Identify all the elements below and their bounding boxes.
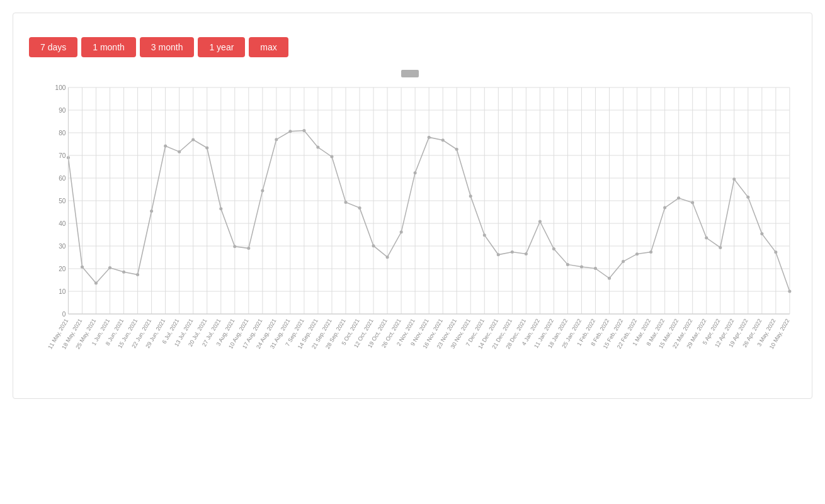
chart-svg: 010203040506070809010011 May, 202118 May… (44, 81, 796, 383)
y-axis-label (29, 81, 42, 386)
svg-text:20: 20 (59, 266, 66, 272)
svg-text:30: 30 (59, 243, 66, 250)
svg-point-142 (261, 189, 264, 193)
legend-swatch (401, 70, 419, 77)
svg-point-141 (247, 247, 250, 250)
svg-text:10: 10 (59, 288, 66, 295)
svg-text:40: 40 (59, 220, 66, 227)
svg-point-153 (414, 171, 417, 174)
svg-point-131 (108, 266, 111, 269)
svg-point-154 (428, 136, 431, 139)
svg-point-165 (580, 266, 583, 269)
svg-point-161 (525, 252, 528, 255)
svg-point-129 (81, 266, 84, 269)
svg-point-133 (136, 273, 139, 276)
main-container: 7 days1 month3 month1 yearmax 0102030405… (13, 13, 812, 399)
svg-point-166 (594, 267, 597, 270)
svg-text:50: 50 (59, 198, 66, 204)
svg-point-168 (622, 260, 625, 263)
svg-point-170 (649, 250, 652, 254)
svg-point-137 (191, 138, 195, 142)
svg-point-136 (178, 150, 181, 154)
time-btn-1month[interactable]: 1 month (81, 37, 136, 57)
svg-point-174 (705, 237, 708, 240)
svg-point-159 (497, 253, 500, 256)
time-btn-3month[interactable]: 3 month (140, 37, 195, 57)
svg-point-176 (732, 177, 736, 181)
svg-point-152 (400, 230, 403, 233)
svg-point-167 (608, 277, 611, 280)
svg-point-134 (150, 210, 153, 213)
svg-point-130 (94, 282, 98, 285)
svg-point-147 (330, 155, 333, 159)
svg-point-149 (358, 206, 361, 210)
svg-point-151 (386, 255, 389, 259)
svg-point-135 (164, 145, 167, 148)
svg-point-177 (746, 196, 749, 199)
time-btn-7days[interactable]: 7 days (29, 37, 77, 57)
svg-point-173 (691, 201, 694, 204)
svg-text:60: 60 (59, 175, 66, 182)
svg-point-156 (455, 148, 458, 151)
svg-point-179 (774, 250, 777, 254)
chart-legend (29, 70, 796, 77)
svg-text:90: 90 (59, 107, 66, 114)
svg-point-169 (635, 252, 639, 255)
time-btn-max[interactable]: max (249, 37, 288, 57)
svg-text:100: 100 (55, 84, 66, 91)
svg-point-178 (760, 232, 763, 235)
svg-point-155 (441, 138, 445, 142)
svg-point-139 (219, 207, 222, 210)
svg-point-163 (552, 247, 555, 250)
svg-text:0: 0 (62, 311, 66, 318)
time-btn-1year[interactable]: 1 year (198, 37, 245, 57)
time-filter-buttons: 7 days1 month3 month1 yearmax (29, 37, 796, 57)
chart-area: 010203040506070809010011 May, 202118 May… (29, 81, 796, 386)
svg-point-172 (677, 196, 680, 199)
svg-point-158 (483, 233, 486, 237)
svg-point-138 (205, 147, 208, 150)
svg-point-144 (288, 130, 292, 133)
svg-point-171 (663, 206, 666, 210)
svg-text:80: 80 (59, 130, 66, 137)
chart-inner: 010203040506070809010011 May, 202118 May… (44, 81, 796, 386)
svg-point-150 (372, 244, 375, 247)
svg-point-148 (344, 201, 347, 204)
chart-wrapper: 010203040506070809010011 May, 202118 May… (29, 70, 796, 386)
svg-point-157 (469, 194, 472, 198)
svg-point-146 (316, 146, 319, 149)
svg-point-143 (275, 138, 278, 141)
svg-point-160 (511, 250, 514, 254)
svg-point-162 (538, 220, 542, 223)
svg-text:70: 70 (59, 152, 66, 159)
svg-point-140 (233, 245, 236, 248)
svg-point-175 (719, 246, 722, 249)
svg-point-132 (122, 271, 125, 274)
svg-point-164 (566, 263, 569, 266)
svg-point-145 (302, 129, 305, 132)
svg-point-180 (788, 290, 791, 293)
